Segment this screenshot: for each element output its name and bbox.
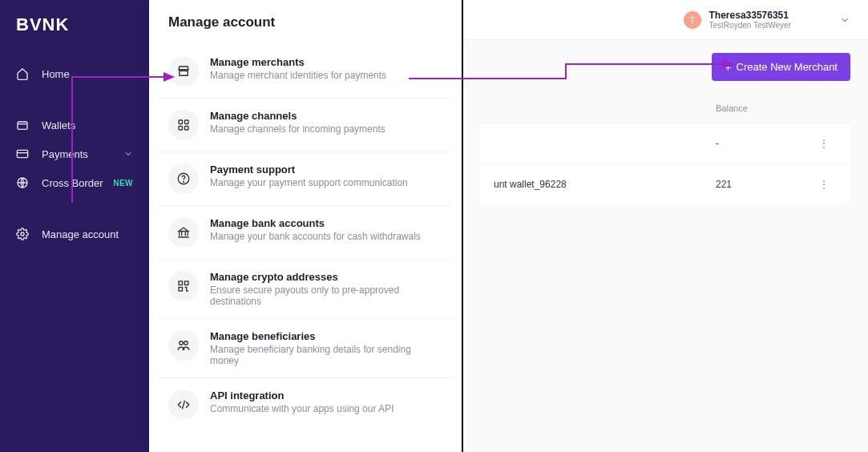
svg-point-3 [21,232,24,236]
split-divider [462,0,463,452]
sidebar-item-label: Cross Border [42,177,103,189]
code-icon [168,389,199,420]
main-content: T Theresa33576351 TestRoyden TestWeyer +… [462,0,868,452]
svg-rect-12 [179,288,183,292]
row-menu-button[interactable]: ⋮ [812,179,836,190]
logo: BVNK [0,14,149,59]
panel-item-title: Manage bank accounts [210,217,421,229]
svg-rect-11 [185,281,189,285]
sidebar-item-label: Manage account [42,228,119,240]
table-header: Balance [479,94,850,123]
svg-rect-5 [185,120,189,124]
storefront-icon [168,56,199,87]
home-icon [16,67,29,80]
sidebar-item-label: Wallets [42,119,75,131]
user-menu[interactable]: T Theresa33576351 TestRoyden TestWeyer [684,10,850,30]
chevron-down-icon [839,14,850,26]
sidebar-item-wallets[interactable]: Wallets [0,111,149,139]
cell-balance: 221 [716,179,812,190]
table-row[interactable]: unt wallet_96228 221 ⋮ [479,163,850,204]
svg-rect-10 [179,281,183,285]
panel-item-title: Payment support [210,163,408,176]
panel-item-payment-support[interactable]: Payment support Manage your payment supp… [159,151,451,205]
globe-icon [16,176,29,189]
plus-icon: + [725,62,731,73]
users-icon [168,330,199,361]
sidebar-item-home[interactable]: Home [0,59,149,88]
grid-icon [168,110,199,140]
panel-title: Manage account [149,0,461,45]
svg-rect-7 [185,127,189,131]
sidebar-item-label: Home [42,68,70,80]
sidebar-item-manage-account[interactable]: Manage account [0,220,149,248]
avatar: T [684,11,701,29]
panel-item-desc: Manage channels for incoming payments [210,123,386,135]
manage-account-panel: Manage account Manage merchants Manage m… [149,0,462,452]
panel-item-desc: Ensure secure payouts only to pre-approv… [210,285,442,307]
sidebar-item-payments[interactable]: Payments [0,139,149,168]
payments-icon [16,147,29,160]
svg-point-9 [184,181,184,182]
topbar: T Theresa33576351 TestRoyden TestWeyer [462,0,868,40]
action-bar: + Create New Merchant [462,40,868,94]
panel-item-desc: Manage merchant identities for payments [210,70,386,81]
panel-item-beneficiaries[interactable]: Manage beneficiaries Manage beneficiary … [159,318,451,377]
bank-icon [168,217,199,248]
svg-rect-4 [179,120,183,124]
cell-name: unt wallet_96228 [494,179,716,190]
qr-icon [168,271,199,301]
panel-item-api-integration[interactable]: API integration Communicate with your ap… [159,377,451,431]
gear-icon [16,228,29,240]
svg-line-15 [183,401,185,410]
panel-item-manage-channels[interactable]: Manage channels Manage channels for inco… [159,98,451,151]
panel-item-desc: Manage beneficiary banking details for s… [210,344,442,366]
svg-point-14 [184,341,188,345]
panel-item-title: Manage crypto addresses [210,271,442,283]
panel-list: Manage merchants Manage merchant identit… [149,45,461,431]
create-new-merchant-button[interactable]: + Create New Merchant [712,53,850,81]
sidebar-item-label: Payments [42,148,88,160]
panel-item-title: Manage channels [210,110,386,122]
panel-item-bank-accounts[interactable]: Manage bank accounts Manage your bank ac… [159,205,451,259]
panel-item-title: API integration [210,389,394,402]
cell-balance: - [716,138,812,149]
panel-item-manage-merchants[interactable]: Manage merchants Manage merchant identit… [159,45,451,98]
svg-rect-6 [179,127,183,131]
row-menu-button[interactable]: ⋮ [812,138,836,149]
svg-rect-1 [17,150,27,157]
svg-point-13 [180,341,184,345]
user-sub-name: TestRoyden TestWeyer [709,21,791,30]
panel-item-crypto-addresses[interactable]: Manage crypto addresses Ensure secure pa… [159,259,451,318]
panel-item-desc: Manage your bank accounts for cash withd… [210,231,421,242]
wallet-icon [16,119,29,131]
panel-item-desc: Communicate with your apps using our API [210,403,394,414]
badge-new: NEW [113,179,133,188]
panel-item-desc: Manage your payment support communicatio… [210,177,408,188]
user-display-name: Theresa33576351 [709,10,791,21]
sidebar-item-cross-border[interactable]: Cross Border NEW [0,168,149,197]
sidebar: BVNK Home Wallets Payments Cross Border … [0,0,149,452]
table-row[interactable]: - ⋮ [479,123,850,163]
svg-rect-0 [18,122,27,129]
panel-item-title: Manage beneficiaries [210,330,442,342]
button-label: Create New Merchant [737,61,838,73]
chevron-down-icon [123,149,133,159]
col-balance-header: Balance [716,103,812,113]
merchants-table: Balance - ⋮ unt wallet_96228 221 ⋮ [479,94,850,204]
panel-item-title: Manage merchants [210,56,386,68]
help-icon [168,163,199,194]
